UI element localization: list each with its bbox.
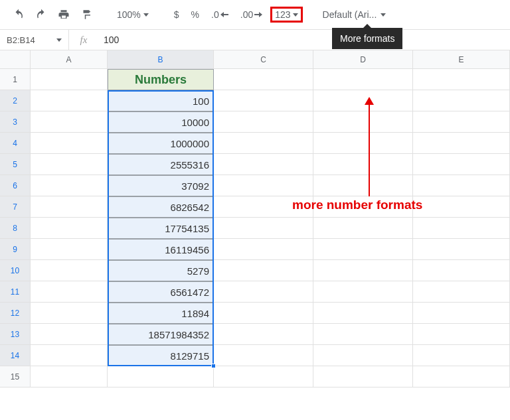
percent-button[interactable]: % [187,5,203,24]
cell[interactable] [313,239,413,260]
row-header[interactable]: 13 [0,324,31,345]
cell[interactable] [31,111,108,133]
cell[interactable]: 6826542 [108,196,214,218]
cell[interactable] [313,345,413,366]
cell[interactable] [31,133,108,154]
cell[interactable] [313,90,413,111]
cell[interactable] [413,69,510,90]
font-dropdown[interactable]: Default (Ari... [319,9,390,20]
cell[interactable] [313,133,413,154]
cell[interactable] [313,303,413,324]
cell[interactable]: 18571984352 [108,324,214,345]
cell[interactable] [413,281,510,303]
cell[interactable] [413,324,510,345]
cell[interactable] [31,154,108,175]
column-header[interactable]: E [413,50,510,69]
cell[interactable] [31,366,108,387]
row-header[interactable]: 9 [0,239,31,260]
row-header[interactable]: 1 [0,69,31,90]
row-header[interactable]: 8 [0,218,31,239]
cell[interactable] [31,175,108,196]
undo-button[interactable] [9,5,28,24]
cell[interactable] [413,303,510,324]
cell[interactable] [413,154,510,175]
name-box[interactable]: B2:B14 [0,30,69,50]
cell[interactable] [313,175,413,196]
row-header[interactable]: 2 [0,90,31,111]
cell[interactable] [313,260,413,281]
cell[interactable]: 17754135 [108,218,214,239]
cell[interactable]: 100 [108,90,214,111]
cell[interactable]: 1000000 [108,133,214,154]
cell[interactable] [214,260,313,281]
cell[interactable] [413,111,510,133]
cell[interactable] [214,218,313,239]
cell[interactable] [413,239,510,260]
row-header[interactable]: 12 [0,303,31,324]
cell[interactable] [313,154,413,175]
column-header[interactable]: A [31,50,108,69]
cell[interactable] [413,175,510,196]
cell[interactable]: 11894 [108,303,214,324]
select-all-corner[interactable] [0,50,31,69]
column-header[interactable]: D [313,50,413,69]
selection-handle[interactable] [211,364,216,368]
row-header[interactable]: 6 [0,175,31,196]
more-formats-button[interactable]: 123 [270,7,302,23]
cell[interactable] [31,281,108,303]
cell[interactable] [214,303,313,324]
cell[interactable] [313,366,413,387]
currency-button[interactable]: $ [170,5,183,24]
cell[interactable]: 6561472 [108,281,214,303]
cell[interactable] [313,111,413,133]
cell[interactable] [31,239,108,260]
cell[interactable] [313,281,413,303]
cell[interactable] [214,366,313,387]
cell[interactable]: 37092 [108,175,214,196]
row-header[interactable]: 14 [0,345,31,366]
cell[interactable] [413,345,510,366]
cell[interactable] [31,196,108,218]
cell[interactable] [31,260,108,281]
cell[interactable] [214,111,313,133]
row-header[interactable]: 3 [0,111,31,133]
cell[interactable] [313,218,413,239]
zoom-dropdown[interactable]: 100% [112,9,154,20]
cell[interactable] [214,345,313,366]
increase-decimal-button[interactable]: .00 [236,5,266,24]
row-header[interactable]: 5 [0,154,31,175]
cell[interactable]: 16119456 [108,239,214,260]
cell[interactable]: 2555316 [108,154,214,175]
cell[interactable]: 5279 [108,260,214,281]
cell[interactable] [413,218,510,239]
cell[interactable] [31,345,108,366]
cell[interactable] [31,303,108,324]
cell[interactable]: 8129715 [108,345,214,366]
cell[interactable] [413,196,510,218]
row-header[interactable]: 11 [0,281,31,303]
cell[interactable] [313,69,413,90]
cell[interactable] [214,154,313,175]
paint-format-button[interactable] [77,5,96,24]
cell[interactable] [31,90,108,111]
column-header[interactable]: B [108,50,214,69]
decrease-decimal-button[interactable]: .0 [207,5,232,24]
cell[interactable] [214,90,313,111]
cell[interactable] [214,175,313,196]
cell[interactable] [413,366,510,387]
cell[interactable] [214,281,313,303]
cell[interactable] [31,218,108,239]
row-header[interactable]: 7 [0,196,31,218]
cell[interactable] [413,90,510,111]
cell[interactable] [214,239,313,260]
row-header[interactable]: 4 [0,133,31,154]
redo-button[interactable] [32,5,50,24]
cell[interactable] [413,133,510,154]
cell[interactable] [214,69,313,90]
cell[interactable] [31,324,108,345]
cell[interactable]: Numbers [108,69,214,90]
cell[interactable] [214,133,313,154]
cell[interactable] [313,324,413,345]
print-button[interactable] [54,5,73,24]
cell[interactable] [108,366,214,387]
